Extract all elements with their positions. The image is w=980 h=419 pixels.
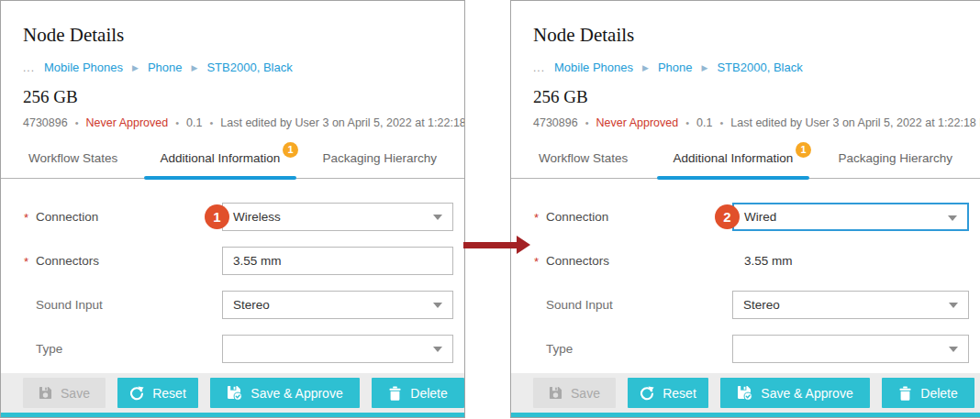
action-bar: Save Reset Save & Approve Delete [1,373,464,413]
save-approve-icon [737,385,752,401]
save-approve-button[interactable]: Save & Approve [720,378,870,408]
tab-additional-information[interactable]: Additional Information1 [670,151,797,178]
required-asterisk: * [534,255,539,269]
type-label: Type [511,342,732,356]
reset-label: Reset [663,386,696,401]
sound-input-value: Stereo [743,298,780,312]
tab-packaging-hierarchy[interactable]: Packaging Hierarchy [318,151,440,178]
separator-dot [578,116,596,129]
required-asterisk: * [24,255,28,269]
separator-dot [68,116,86,129]
save-label: Save [571,386,600,401]
save-approve-label: Save & Approve [251,386,342,401]
connectors-value: 3.55 mm [233,254,282,268]
change-arrow-icon [463,242,517,248]
version-number: 0.1 [696,116,712,129]
trash-icon [898,386,912,401]
last-edited-text: Last edited by User 3 on April 5, 2022 a… [220,116,465,129]
breadcrumb-link-phone[interactable]: Phone [658,61,693,74]
save-label: Save [61,386,90,401]
trash-icon [388,386,402,401]
approval-status: Never Approved [86,116,169,129]
node-details-panel-right: Node Details ...Mobile Phones▶Phone▶STB2… [510,0,980,418]
reset-icon [129,386,144,401]
panel-bottom-accent [511,413,980,417]
node-details-panel-left: Node Details ...Mobile Phones▶Phone▶STB2… [0,0,465,418]
breadcrumb-link-stb2000[interactable]: STB2000, Black [206,61,292,74]
chevron-down-icon [948,215,957,221]
separator-dot [168,116,186,129]
tab-label: Additional Information [674,151,794,165]
chevron-down-icon [949,303,958,308]
required-asterisk: * [24,211,28,225]
connection-row: *Connection 1 Wireless [1,203,453,231]
node-meta: 4730896Never Approved0.1Last edited by U… [23,116,464,129]
approval-status: Never Approved [596,116,679,129]
sound-input-dropdown[interactable]: Stereo [732,291,969,319]
page-title: Node Details [23,24,464,47]
delete-button[interactable]: Delete [882,378,974,408]
breadcrumb-link-phone[interactable]: Phone [148,61,183,74]
additional-information-form: *Connection 2 Wired *Connectors 3.55 mm … [511,179,980,363]
node-id: 4730896 [23,116,68,129]
chevron-down-icon [433,303,442,308]
reset-label: Reset [152,386,186,401]
tab-packaging-hierarchy[interactable]: Packaging Hierarchy [834,151,956,178]
sound-input-value: Stereo [233,298,270,312]
breadcrumb: ...Mobile Phones▶Phone▶STB2000, Black [533,61,980,74]
save-approve-button[interactable]: Save & Approve [210,378,360,408]
reset-icon [640,386,654,401]
type-dropdown[interactable] [732,335,969,363]
type-label: Type [1,342,222,356]
connection-dropdown[interactable]: Wireless [222,203,453,231]
connection-label: *Connection [1,210,222,224]
tab-additional-information[interactable]: Additional Information1 [157,151,284,178]
tab-count-badge: 1 [283,142,298,158]
breadcrumb-ellipsis[interactable]: ... [23,61,35,74]
breadcrumb-link-stb2000[interactable]: STB2000, Black [717,61,802,74]
chevron-right-icon: ▶ [702,63,708,72]
connectors-row: *Connectors 3.55 mm [1,247,453,275]
breadcrumb-link-mobile-phones[interactable]: Mobile Phones [44,61,123,74]
type-dropdown[interactable] [222,335,453,363]
additional-information-form: *Connection 1 Wireless *Connectors 3.55 … [1,179,464,363]
required-asterisk: * [534,211,539,225]
connection-label: *Connection [511,210,732,224]
separator-dot [712,116,730,129]
tab-workflow-states[interactable]: Workflow States [535,151,631,178]
sound-input-row: Sound Input Stereo [511,291,969,319]
page-title: Node Details [533,24,980,47]
breadcrumb-ellipsis[interactable]: ... [533,61,545,74]
chevron-right-icon: ▶ [642,63,649,72]
chevron-right-icon: ▶ [132,63,139,72]
chevron-down-icon [433,347,442,352]
delete-button[interactable]: Delete [372,378,464,408]
tab-bar: Workflow States Additional Information1 … [511,142,980,179]
tab-count-badge: 1 [796,142,811,158]
connectors-input[interactable]: 3.55 mm [222,247,453,275]
sound-input-dropdown[interactable]: Stereo [222,291,453,319]
callout-step-1: 1 [205,204,229,229]
reset-button[interactable]: Reset [117,378,198,408]
connectors-row: *Connectors 3.55 mm [511,247,969,275]
tab-label: Additional Information [161,151,281,165]
node-meta: 4730896Never Approved0.1Last edited by U… [533,116,980,129]
connection-dropdown[interactable]: Wired [732,203,969,231]
separator-dot [202,116,220,129]
connection-value: Wired [744,210,776,224]
save-icon [549,386,562,400]
sound-input-label: Sound Input [1,298,222,312]
connectors-readonly-value: 3.55 mm [732,254,969,268]
save-button[interactable]: Save [23,378,106,408]
save-button[interactable]: Save [533,378,616,408]
save-approve-label: Save & Approve [761,386,852,401]
chevron-down-icon [949,347,958,352]
tab-workflow-states[interactable]: Workflow States [25,151,121,178]
reset-button[interactable]: Reset [628,378,708,408]
callout-step-2: 2 [715,204,740,229]
type-row: Type [1,335,453,363]
breadcrumb-link-mobile-phones[interactable]: Mobile Phones [554,61,633,74]
connectors-label: *Connectors [1,254,222,268]
breadcrumb: ...Mobile Phones▶Phone▶STB2000, Black [23,61,464,74]
sound-input-label: Sound Input [511,298,732,312]
